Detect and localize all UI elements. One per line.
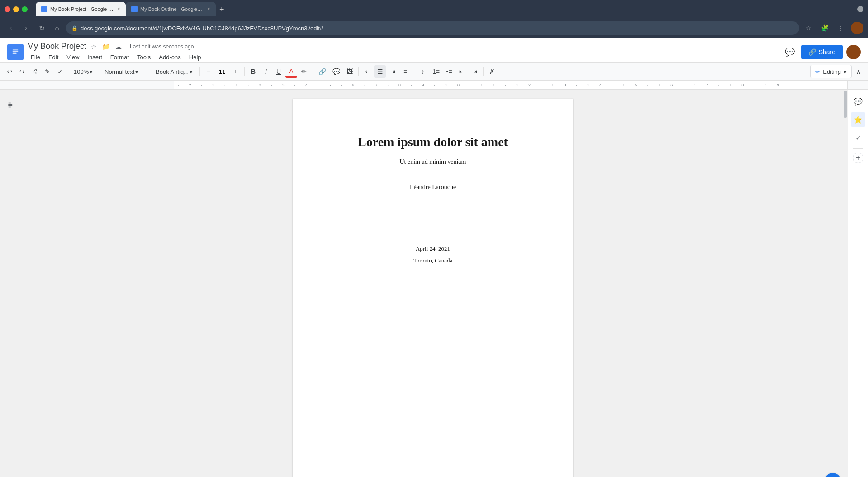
home-button[interactable]: ⌂ (51, 22, 63, 34)
bookmark-button[interactable]: ☆ (802, 22, 815, 34)
svg-rect-5 (8, 104, 12, 105)
image-button[interactable]: 🖼 (344, 65, 356, 78)
ruler-left-margin (0, 81, 174, 89)
align-right-button[interactable]: ⇥ (387, 65, 398, 78)
tab-1-close[interactable]: × (117, 6, 120, 12)
align-justify-button[interactable]: ≡ (399, 65, 411, 78)
undo-button[interactable]: ↩ (4, 65, 15, 78)
share-button[interactable]: 🔗 Share (801, 45, 843, 59)
style-value: Normal text (104, 68, 134, 75)
font-selector[interactable]: Book Antiq... ▾ (154, 65, 197, 78)
font-size-decrease[interactable]: − (203, 65, 214, 78)
clear-formatting-button[interactable]: ✗ (486, 65, 498, 78)
toolbar-sep-8 (414, 67, 414, 76)
numbered-list-button[interactable]: 1≡ (430, 65, 442, 78)
bullet-list-button[interactable]: •≡ (443, 65, 455, 78)
spelling-button[interactable]: ✓ (54, 65, 66, 78)
svg-rect-1 (13, 50, 19, 51)
vertical-scrollbar[interactable] (843, 90, 848, 477)
folder-icon[interactable]: 📁 (101, 42, 111, 51)
zoom-selector[interactable]: 100% ▾ (72, 65, 97, 78)
ruler-active: ·2·1·1·2·3·4·5·6·7·8·9·10·11·12·13·14·15… (174, 81, 848, 89)
collapse-toolbar-button[interactable]: ∧ (853, 65, 864, 78)
print-button[interactable]: 🖨 (29, 65, 41, 78)
bold-button[interactable]: B (247, 65, 259, 78)
star-icon[interactable]: ☆ (90, 42, 98, 51)
editing-mode-button[interactable]: ✏ Editing ▾ (810, 65, 852, 78)
underline-button[interactable]: U (273, 65, 285, 78)
link-button[interactable]: 🔗 (316, 65, 329, 78)
menu-insert[interactable]: Insert (84, 52, 106, 62)
toolbar-sep-6 (313, 67, 313, 76)
user-avatar[interactable] (851, 22, 863, 34)
close-button[interactable] (5, 6, 10, 12)
style-chevron: ▾ (135, 68, 138, 75)
svg-rect-6 (8, 105, 12, 106)
editing-mode-chevron: ▾ (844, 68, 847, 75)
address-text: docs.google.com/document/d/1jwDCFxlxW4G-… (81, 25, 794, 32)
menu-tools[interactable]: Tools (133, 52, 154, 62)
comment-button[interactable]: 💬 (782, 44, 797, 60)
refresh-button[interactable]: ↻ (35, 22, 48, 34)
text-color-button[interactable]: A (285, 65, 297, 78)
tab-2[interactable]: My Book Outline - Google Doc... × (126, 2, 216, 16)
font-size-value: 11 (215, 68, 229, 75)
menu-addons[interactable]: Add-ons (155, 52, 184, 62)
decrease-indent-button[interactable]: ⇤ (456, 65, 468, 78)
align-center-button[interactable]: ☰ (374, 65, 386, 78)
maximize-button[interactable] (22, 6, 28, 12)
line-spacing-button[interactable]: ↕ (417, 65, 429, 78)
tab-1[interactable]: My Book Project - Google Doc... × (36, 2, 126, 16)
minimize-button[interactable] (13, 6, 19, 12)
increase-indent-button[interactable]: ⇥ (469, 65, 480, 78)
doc-main-title: Lorem ipsum dolor sit amet (329, 135, 537, 149)
new-tab-button[interactable]: + (216, 3, 228, 16)
docs-header: My Book Project ☆ 📁 ☁ Last edit was seco… (0, 38, 868, 63)
document-content-area: Lorem ipsum dolor sit amet Ut enim ad mi… (23, 90, 843, 477)
paint-format-button[interactable]: ✎ (42, 65, 53, 78)
outline-toggle-button[interactable] (5, 99, 18, 111)
cloud-icon[interactable]: ☁ (114, 42, 123, 51)
font-size-increase[interactable]: + (230, 65, 242, 78)
address-bar[interactable]: 🔒 docs.google.com/document/d/1jwDCFxlxW4… (66, 21, 799, 35)
outline-icon (7, 101, 15, 109)
redo-button[interactable]: ↪ (16, 65, 28, 78)
chrome-menu-button[interactable]: ⋮ (835, 22, 847, 34)
svg-rect-4 (8, 103, 11, 104)
doc-location: Toronto, Canada (329, 257, 537, 264)
ruler-right-margin (848, 81, 868, 89)
menu-help[interactable]: Help (185, 52, 205, 62)
svg-rect-7 (8, 107, 11, 108)
align-left-button[interactable]: ⇤ (361, 65, 373, 78)
chat-sidebar-button[interactable]: 💬 (851, 94, 865, 109)
highlight-button[interactable]: ✏ (298, 65, 310, 78)
toolbar-sep-9 (483, 67, 484, 76)
sidebar-divider (853, 148, 863, 149)
comment-inline-button[interactable]: 💬 (330, 65, 343, 78)
toolbar-sep-3 (151, 67, 151, 76)
italic-button[interactable]: I (260, 65, 272, 78)
docs-header-center: My Book Project ☆ 📁 ☁ Last edit was seco… (27, 42, 778, 62)
menu-edit[interactable]: Edit (45, 52, 62, 62)
docs-header-right: 💬 🔗 Share (782, 44, 861, 60)
last-edit-text: Last edit was seconds ago (130, 43, 194, 50)
document-page[interactable]: Lorem ipsum dolor sit amet Ut enim ad mi… (293, 99, 573, 477)
back-button[interactable]: ‹ (5, 22, 17, 34)
tab-1-title: My Book Project - Google Doc... (50, 6, 114, 12)
traffic-lights (5, 6, 28, 12)
keep-sidebar-button[interactable]: ⭐ (851, 112, 865, 127)
menu-file[interactable]: File (27, 52, 44, 62)
doc-title: My Book Project (27, 42, 86, 51)
menu-view[interactable]: View (63, 52, 83, 62)
style-selector[interactable]: Normal text ▾ (103, 65, 148, 78)
profile-icon[interactable] (857, 6, 863, 12)
extensions-button[interactable]: 🧩 (818, 22, 831, 34)
docs-user-avatar[interactable] (846, 45, 861, 59)
scrollbar-thumb[interactable] (844, 91, 847, 118)
menu-format[interactable]: Format (107, 52, 133, 62)
chrome-toolbar: ‹ › ↻ ⌂ 🔒 docs.google.com/document/d/1jw… (0, 18, 868, 38)
tasks-sidebar-button[interactable]: ✓ (851, 130, 865, 145)
forward-button[interactable]: › (20, 22, 33, 34)
tab-2-close[interactable]: × (207, 6, 210, 12)
add-sidebar-button[interactable]: + (853, 153, 863, 163)
